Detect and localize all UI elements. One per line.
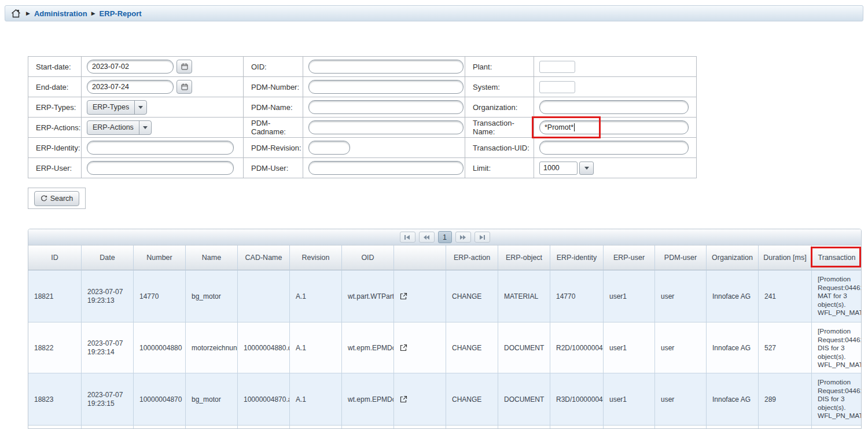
column-header-erp-identity: ERP-identity: [550, 245, 604, 270]
pdm-cadname-input[interactable]: [308, 120, 464, 134]
system-label: System:: [465, 77, 534, 97]
limit-select-trigger[interactable]: [579, 162, 594, 175]
pdm-user-label: PDM-User:: [244, 158, 303, 178]
table-header-row: ID Date Number Name CAD-Name Revision OI…: [28, 245, 861, 270]
cell-erp-object: MATERIAL: [498, 270, 550, 322]
search-button-label: Search: [50, 195, 73, 203]
erp-user-input[interactable]: [87, 161, 234, 175]
paginator-next-button[interactable]: [455, 232, 471, 243]
open-object-link[interactable]: [394, 322, 446, 373]
plant-input[interactable]: [539, 61, 575, 73]
refresh-icon: [41, 195, 47, 202]
erp-types-dropdown[interactable]: ERP-Types: [87, 100, 147, 115]
plant-label: Plant:: [465, 57, 534, 77]
cell-duration: 289: [759, 373, 812, 426]
chevron-down-icon: [134, 101, 146, 114]
cell-transaction: [Promotion Request:04461]: DIS for 3 obj…: [812, 373, 862, 426]
external-link-icon: [400, 395, 407, 403]
start-date-label: Start-date:: [28, 57, 82, 77]
pdm-user-input[interactable]: [308, 161, 464, 175]
breadcrumb: ▶ Administration ▶ ERP-Report: [5, 5, 863, 21]
cell-revision: A.1: [290, 322, 342, 373]
text-cursor: [574, 123, 575, 131]
column-header-organization: Organization: [707, 245, 759, 270]
erp-report-page: ▶ Administration ▶ ERP-Report Start-date…: [0, 0, 868, 429]
column-header-cad-name: CAD-Name: [238, 245, 290, 270]
table-row: 18821 2023-07-07 19:23:13 14770 bg_motor…: [28, 270, 861, 322]
cell-transaction: [Promotion Request:04461]: MAT for 3 obj…: [812, 270, 862, 322]
column-header-link: [394, 245, 446, 270]
cell-erp-user: user1: [604, 270, 655, 322]
limit-label: Limit:: [465, 158, 534, 178]
erp-actions-label: ERP-Actions:: [28, 118, 82, 138]
cell-cad-name: 10000004870.asm: [238, 373, 290, 426]
start-date-calendar-button[interactable]: [176, 60, 192, 74]
breadcrumb-erp-report[interactable]: ERP-Report: [100, 9, 142, 18]
cell-oid: wt.epm.EPMDocument: [342, 322, 394, 373]
cell-cad-name: [238, 270, 290, 322]
cell-id: 18823: [28, 373, 82, 426]
search-button[interactable]: Search: [34, 191, 80, 206]
start-date-input[interactable]: [87, 60, 174, 74]
cell-pdm-user: user: [655, 373, 707, 426]
cell-organization: Innoface AG: [707, 322, 759, 373]
transaction-name-input[interactable]: *Promot*: [539, 120, 689, 134]
oid-label: OID:: [244, 57, 303, 77]
external-link-icon: [400, 292, 407, 300]
column-header-id: ID: [28, 245, 82, 270]
erp-user-label: ERP-User:: [28, 158, 82, 178]
paginator-prev-button[interactable]: [419, 232, 435, 243]
transaction-uid-input[interactable]: [539, 141, 689, 155]
system-input[interactable]: [539, 81, 575, 93]
pdm-revision-input[interactable]: [308, 141, 350, 155]
cell-erp-object: DOCUMENT: [498, 322, 550, 373]
cell-revision: A.1: [290, 270, 342, 322]
pdm-name-label: PDM-Name:: [244, 97, 303, 118]
limit-select[interactable]: 1000: [539, 162, 578, 175]
cell-transaction: [Promotion Request:04461]: DIS for 3 obj…: [812, 322, 862, 373]
end-date-input[interactable]: [87, 80, 174, 94]
search-form: Start-date: OID: Plant: End-date: PDM-Nu…: [28, 56, 697, 178]
erp-actions-dropdown[interactable]: ERP-Actions: [87, 120, 152, 135]
paginator-first-button[interactable]: [400, 232, 415, 243]
open-object-link[interactable]: [394, 270, 446, 322]
column-header-name: Name: [186, 245, 238, 270]
chevron-down-icon: [139, 121, 151, 134]
end-date-label: End-date:: [28, 77, 82, 97]
cell-erp-object: DOCUMENT: [498, 373, 550, 426]
cell-pdm-user: user: [655, 322, 707, 373]
organization-input[interactable]: [539, 100, 689, 114]
paginator-last-button[interactable]: [475, 232, 490, 243]
open-object-link[interactable]: [394, 373, 446, 426]
transaction-name-value: *Promot*: [545, 123, 573, 131]
paginator: 1: [28, 229, 861, 245]
oid-input[interactable]: [308, 60, 464, 74]
paginator-page-1[interactable]: 1: [438, 231, 452, 243]
results-table: 1 ID Date Number Name CAD-Name Revision …: [28, 229, 862, 429]
cell-name: motorzeichnung: [186, 322, 238, 373]
cell-duration: 241: [759, 270, 812, 322]
cell-erp-user: user1: [604, 373, 655, 426]
cell-erp-identity: R3D/10000004870: [550, 373, 604, 426]
column-header-revision: Revision: [290, 245, 342, 270]
cell-date: 2023-07-07 19:23:13: [82, 270, 134, 322]
transaction-name-label: Transaction-Name:: [465, 118, 534, 138]
cell-duration: 527: [759, 322, 812, 373]
column-header-date: Date: [82, 245, 134, 270]
organization-label: Organization:: [465, 97, 534, 118]
cell-organization: Innoface AG: [707, 373, 759, 426]
column-header-pdm-user: PDM-user: [655, 245, 707, 270]
pdm-number-input[interactable]: [308, 80, 464, 94]
external-link-icon: [400, 344, 407, 351]
erp-identity-input[interactable]: [87, 141, 234, 155]
pdm-name-input[interactable]: [308, 100, 464, 114]
cell-erp-action: CHANGE: [446, 373, 498, 426]
home-icon[interactable]: [11, 9, 21, 18]
breadcrumb-administration[interactable]: Administration: [34, 9, 87, 18]
transaction-uid-label: Transaction-UID:: [465, 138, 534, 158]
end-date-calendar-button[interactable]: [176, 80, 192, 94]
search-panel: Search: [28, 188, 86, 209]
erp-types-label: ERP-Types:: [28, 97, 82, 118]
cell-pdm-user: user: [655, 270, 707, 322]
cell-erp-action: CHANGE: [446, 322, 498, 373]
